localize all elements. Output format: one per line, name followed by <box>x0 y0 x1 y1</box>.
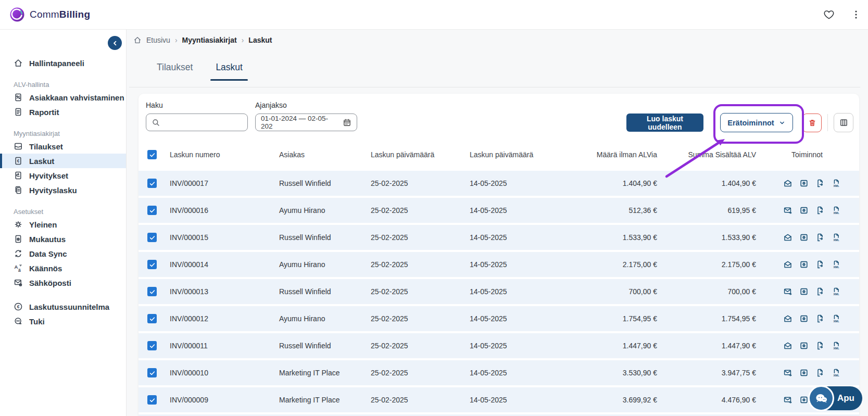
row-checkbox[interactable] <box>147 287 157 296</box>
sidebar-item-hyvityslasku[interactable]: Hyvityslasku <box>0 183 126 197</box>
view-invoice-icon[interactable] <box>799 179 809 188</box>
column-header-due-date[interactable]: Laskun päivämäärä <box>470 150 555 159</box>
kebab-menu-icon[interactable] <box>850 9 862 20</box>
download-xml-icon[interactable]: XML <box>832 287 841 296</box>
send-email-icon[interactable] <box>783 233 792 242</box>
row-checkbox[interactable] <box>147 206 157 215</box>
column-header-invoice-number[interactable]: Laskun numero <box>170 150 279 159</box>
view-invoice-icon[interactable] <box>799 233 809 242</box>
favorites-heart-icon[interactable] <box>823 9 835 20</box>
sidebar-item-k-nn-s[interactable]: Aä Käännös <box>0 261 126 275</box>
download-xml-icon[interactable]: XML <box>832 260 841 269</box>
sidebar-item-mukautus[interactable]: Mukautus <box>0 232 126 246</box>
download-xml-icon[interactable]: XML <box>832 206 841 215</box>
sidebar-item-asiakkaan-vahvistaminen[interactable]: Asiakkaan vahvistaminen <box>0 90 126 105</box>
cell-due-date: 14-05-2025 <box>470 287 555 296</box>
sidebar-item-hyvitykset[interactable]: Hyvitykset <box>0 168 126 183</box>
table-row: INV/000012 Ayumu Hirano 25-02-2025 14-05… <box>139 306 859 331</box>
cell-amount-excl-vat: 1.754,95 € <box>555 314 657 323</box>
export-document-icon[interactable] <box>815 287 825 296</box>
cell-due-date: 14-05-2025 <box>470 396 555 404</box>
send-email-icon[interactable] <box>783 287 792 296</box>
sidebar-item-data-sync[interactable]: Data Sync <box>0 246 126 261</box>
export-document-icon[interactable] <box>815 341 825 350</box>
row-checkbox[interactable] <box>147 341 157 350</box>
send-email-icon[interactable] <box>783 206 792 215</box>
view-invoice-icon[interactable] <box>799 287 809 296</box>
cell-due-date: 14-05-2025 <box>470 233 555 242</box>
download-xml-icon[interactable]: XML <box>832 233 841 242</box>
check-icon <box>149 343 156 349</box>
delete-button[interactable] <box>802 114 822 132</box>
cell-invoice-date: 25-02-2025 <box>371 260 470 269</box>
cell-amount-incl-vat: 1.754,95 € <box>657 314 756 323</box>
export-document-icon[interactable] <box>815 260 825 269</box>
help-floating-button[interactable]: Apu <box>808 385 862 411</box>
sidebar-item-s-hk-posti[interactable]: Sähköposti <box>0 275 126 290</box>
send-email-icon[interactable] <box>783 395 792 405</box>
view-invoice-icon[interactable] <box>799 341 809 350</box>
download-xml-icon[interactable]: XML <box>832 314 841 323</box>
cell-amount-incl-vat: 1.447,90 € <box>657 342 756 350</box>
export-document-icon[interactable] <box>815 233 825 242</box>
sidebar-collapse-button[interactable] <box>108 36 122 50</box>
download-xml-icon[interactable]: XML <box>832 368 841 377</box>
columns-icon <box>839 118 849 128</box>
app-logo[interactable]: CommBilling <box>9 0 90 29</box>
tab-laskut[interactable]: Laskut <box>212 62 246 81</box>
search-input[interactable] <box>163 118 242 127</box>
view-invoice-icon[interactable] <box>799 314 809 323</box>
column-header-amount-incl-vat[interactable]: Summa Sisältää ALV <box>657 150 756 159</box>
translate-icon: Aä <box>14 263 23 273</box>
column-header-invoice-date[interactable]: Laskun päivämäärä <box>371 150 470 159</box>
check-icon <box>149 261 156 268</box>
sidebar-item-label: Hyvitykset <box>29 171 68 180</box>
cell-customer: Russell Winfield <box>279 179 371 187</box>
row-checkbox[interactable] <box>147 314 157 323</box>
row-checkbox[interactable] <box>147 179 157 188</box>
view-invoice-icon[interactable] <box>799 368 809 377</box>
sidebar-item-tuki[interactable]: Tuki <box>0 314 126 329</box>
export-document-icon[interactable] <box>815 368 825 377</box>
row-checkbox[interactable] <box>147 368 157 377</box>
cell-invoice-number: INV/000015 <box>170 233 279 242</box>
row-checkbox[interactable] <box>147 395 157 405</box>
view-invoice-icon[interactable] <box>799 206 809 215</box>
tab-tilaukset[interactable]: Tilaukset <box>154 62 196 81</box>
sidebar-item-laskutussuunnitelma[interactable]: € Laskutussuunnitelma <box>0 299 126 314</box>
row-checkbox[interactable] <box>147 233 157 242</box>
batch-actions-button[interactable]: Erätoiminnot <box>720 113 793 132</box>
send-email-icon[interactable] <box>783 368 792 377</box>
breadcrumb-etusivu[interactable]: Etusivu <box>146 36 170 44</box>
send-email-icon[interactable] <box>783 179 792 188</box>
sidebar-item-hallintapaneeli[interactable]: Hallintapaneeli <box>0 56 126 70</box>
download-xml-icon[interactable]: XML <box>832 179 841 188</box>
sidebar-section-alv-hallinta: ALV-hallinta <box>0 79 126 90</box>
export-document-icon[interactable] <box>815 206 825 215</box>
send-email-icon[interactable] <box>783 260 792 269</box>
row-actions: XML <box>756 287 854 296</box>
export-document-icon[interactable] <box>815 314 825 323</box>
column-header-customer[interactable]: Asiakas <box>279 150 371 159</box>
check-icon <box>149 152 156 158</box>
breadcrumb-myyntiasiakirjat[interactable]: Myyntiasiakirjat <box>182 36 237 44</box>
recreate-invoices-button[interactable]: Luo laskut uudelleen <box>626 114 703 132</box>
sidebar-item-laskut[interactable]: € Laskut <box>0 154 126 168</box>
export-document-icon[interactable] <box>815 179 825 188</box>
send-email-icon[interactable] <box>783 341 792 350</box>
download-xml-icon[interactable]: XML <box>832 341 841 350</box>
tab-strip-divider <box>129 87 860 87</box>
view-invoice-icon[interactable] <box>799 395 809 405</box>
sidebar-item-raportit[interactable]: Raportit <box>0 105 126 119</box>
view-invoice-icon[interactable] <box>799 260 809 269</box>
send-email-icon[interactable] <box>783 314 792 323</box>
cell-amount-incl-vat: 1.404,90 € <box>657 179 756 187</box>
sidebar-item-yleinen[interactable]: Yleinen <box>0 217 126 232</box>
cell-invoice-number: INV/000010 <box>170 369 279 377</box>
sidebar-item-tilaukset[interactable]: Tilaukset <box>0 139 126 154</box>
column-header-amount-excl-vat[interactable]: Määrä ilman ALVia <box>555 150 657 159</box>
select-all-checkbox[interactable] <box>147 150 157 159</box>
row-checkbox[interactable] <box>147 260 157 269</box>
date-range-picker[interactable]: 01-01-2024 — 02-05-202 <box>255 114 357 131</box>
column-settings-button[interactable] <box>834 113 853 132</box>
